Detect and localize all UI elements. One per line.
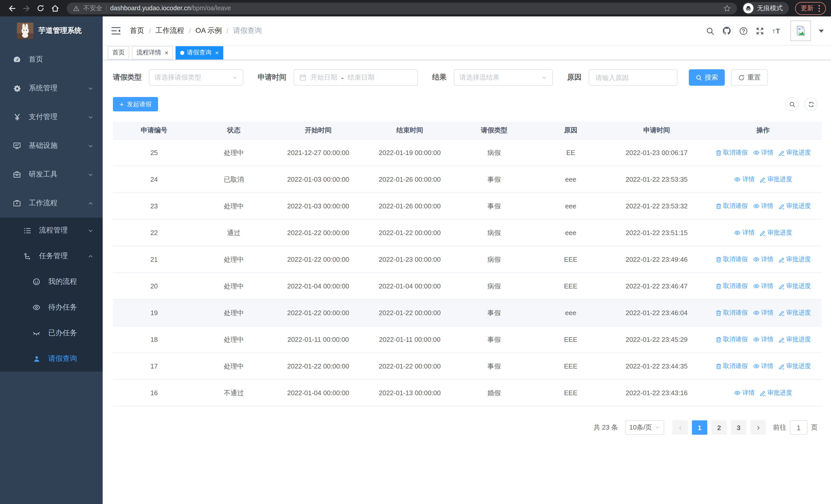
page-button-2[interactable]: 2 bbox=[711, 420, 727, 435]
approval-progress-link[interactable]: 审批进度 bbox=[778, 282, 811, 291]
back-icon[interactable] bbox=[5, 2, 19, 15]
sidebar-item-label: 支付管理 bbox=[29, 112, 88, 122]
approval-progress-link[interactable]: 审批进度 bbox=[778, 148, 811, 157]
approval-progress-link[interactable]: 审批进度 bbox=[760, 388, 792, 397]
edit-icon bbox=[778, 363, 784, 369]
edit-icon bbox=[760, 390, 766, 396]
cancel-leave-link[interactable]: 取消请假 bbox=[715, 255, 748, 264]
sidebar-item-工作流程[interactable]: 工作流程 bbox=[0, 189, 103, 217]
approval-progress-link[interactable]: 审批进度 bbox=[778, 362, 811, 370]
monitor-icon bbox=[11, 142, 23, 150]
sidebar-item-系统管理[interactable]: 系统管理 bbox=[0, 74, 103, 102]
sidebar-item-首页[interactable]: 首页 bbox=[0, 45, 103, 74]
detail-link[interactable]: 详情 bbox=[753, 308, 773, 317]
reload-icon[interactable] bbox=[34, 2, 47, 15]
search-button[interactable]: 搜索 bbox=[689, 69, 725, 86]
logo-row[interactable]: 芋道管理系统 bbox=[0, 17, 103, 45]
sidebar-item-任务管理[interactable]: 任务管理 bbox=[0, 243, 103, 269]
reset-button[interactable]: 重置 bbox=[731, 69, 768, 86]
approval-progress-link[interactable]: 审批进度 bbox=[760, 175, 792, 184]
caret-down-icon[interactable] bbox=[819, 29, 824, 33]
address-bar[interactable]: 不安全 dashboard.yudao.iocoder.cn/bpm/oa/le… bbox=[67, 2, 737, 14]
result-select[interactable]: 请选择流结果 bbox=[454, 69, 553, 86]
prev-page-button[interactable] bbox=[672, 420, 688, 435]
sidebar-item-label: 任务管理 bbox=[39, 251, 88, 261]
detail-link[interactable]: 详情 bbox=[753, 148, 773, 157]
sidebar-item-已办任务[interactable]: 已办任务 bbox=[0, 320, 103, 346]
font-size-icon[interactable]: TT bbox=[772, 27, 783, 35]
approval-progress-link[interactable]: 审批进度 bbox=[778, 335, 811, 344]
approval-progress-link[interactable]: 审批进度 bbox=[778, 202, 811, 210]
sidebar-item-待办任务[interactable]: 待办任务 bbox=[0, 295, 103, 320]
sidebar-item-流程管理[interactable]: 流程管理 bbox=[0, 217, 103, 243]
detail-link[interactable]: 详情 bbox=[734, 228, 754, 237]
sidebar-item-我的流程[interactable]: 我的流程 bbox=[0, 269, 103, 295]
refresh-icon[interactable] bbox=[804, 97, 818, 111]
cell-id: 16 bbox=[113, 380, 195, 406]
breadcrumb-oa-example[interactable]: OA 示例 bbox=[196, 26, 222, 35]
table-row: 16不通过2022-01-04 00:00:002022-01-13 00:00… bbox=[113, 380, 822, 406]
search-icon[interactable] bbox=[706, 26, 715, 35]
cancel-leave-link[interactable]: 取消请假 bbox=[715, 335, 748, 344]
cancel-leave-link[interactable]: 取消请假 bbox=[715, 362, 748, 370]
tag-请假查询[interactable]: 请假查询× bbox=[175, 46, 223, 59]
approval-progress-link[interactable]: 审批进度 bbox=[760, 228, 792, 237]
sidebar-item-基础设施[interactable]: 基础设施 bbox=[0, 131, 103, 160]
cell-status: 处理中 bbox=[195, 246, 273, 273]
cell-leave-type: 事假 bbox=[456, 353, 533, 380]
bookmark-star-icon[interactable] bbox=[723, 4, 731, 12]
github-icon[interactable] bbox=[722, 26, 732, 35]
detail-link[interactable]: 详情 bbox=[734, 388, 754, 397]
sidebar-toggle-icon[interactable] bbox=[107, 27, 125, 35]
cancel-leave-link[interactable]: 取消请假 bbox=[715, 202, 748, 210]
toggle-search-icon[interactable] bbox=[785, 97, 799, 111]
table-row: 19处理中2022-01-22 00:00:002022-01-22 00:00… bbox=[113, 299, 822, 326]
cancel-leave-link[interactable]: 取消请假 bbox=[715, 148, 748, 157]
page-size-select[interactable]: 10条/页 bbox=[625, 420, 664, 435]
detail-link[interactable]: 详情 bbox=[753, 335, 773, 344]
sidebar-item-支付管理[interactable]: 支付管理 bbox=[0, 102, 103, 131]
detail-link[interactable]: 详情 bbox=[753, 281, 773, 290]
create-leave-button[interactable]: + 发起请假 bbox=[113, 97, 158, 111]
approval-progress-link[interactable]: 审批进度 bbox=[778, 255, 811, 264]
page-button-3[interactable]: 3 bbox=[731, 420, 746, 435]
table-toolbar: + 发起请假 bbox=[113, 97, 822, 111]
breadcrumb-home[interactable]: 首页 bbox=[130, 26, 144, 35]
detail-link[interactable]: 详情 bbox=[753, 255, 773, 264]
detail-link[interactable]: 详情 bbox=[753, 362, 773, 370]
breadcrumb-workflow[interactable]: 工作流程 bbox=[155, 26, 184, 35]
tag-首页[interactable]: 首页 bbox=[108, 46, 130, 59]
cancel-leave-link[interactable]: 取消请假 bbox=[715, 308, 748, 317]
tag-流程详情[interactable]: 流程详情× bbox=[132, 46, 173, 59]
chevron-down-icon bbox=[232, 75, 238, 80]
help-icon[interactable] bbox=[739, 26, 748, 35]
browser-toolbar: 不安全 dashboard.yudao.iocoder.cn/bpm/oa/le… bbox=[0, 0, 831, 17]
more-menu-icon[interactable] bbox=[818, 4, 820, 12]
cell-status: 处理中 bbox=[195, 299, 273, 326]
fullscreen-icon[interactable] bbox=[755, 26, 764, 35]
cell-id: 18 bbox=[113, 326, 195, 353]
detail-link[interactable]: 详情 bbox=[753, 202, 773, 210]
home-icon[interactable] bbox=[48, 2, 62, 15]
avatar[interactable] bbox=[791, 21, 811, 41]
leave-type-select[interactable]: 请选择请假类型 bbox=[149, 69, 243, 86]
trash-icon bbox=[715, 283, 721, 289]
next-page-button[interactable] bbox=[750, 420, 766, 435]
goto-page-input[interactable] bbox=[790, 420, 807, 435]
reason-input[interactable] bbox=[594, 73, 672, 82]
breadcrumb-separator: / bbox=[226, 27, 228, 35]
sidebar-item-研发工具[interactable]: 研发工具 bbox=[0, 160, 103, 189]
update-button[interactable]: 更新 bbox=[795, 2, 826, 14]
date-range-picker[interactable]: 开始日期 - 结束日期 bbox=[294, 69, 418, 86]
forward-icon[interactable] bbox=[20, 2, 33, 15]
detail-link[interactable]: 详情 bbox=[734, 175, 754, 183]
column-header: 操作 bbox=[705, 122, 822, 139]
cancel-leave-link[interactable]: 取消请假 bbox=[715, 282, 748, 291]
approval-progress-link[interactable]: 审批进度 bbox=[778, 308, 811, 317]
close-icon[interactable]: × bbox=[215, 50, 219, 56]
sidebar-item-请假查询[interactable]: 请假查询 bbox=[0, 346, 103, 372]
page-button-1[interactable]: 1 bbox=[692, 420, 707, 435]
list-icon bbox=[22, 227, 33, 234]
column-header: 申请编号 bbox=[113, 122, 195, 139]
close-icon[interactable]: × bbox=[165, 50, 168, 56]
